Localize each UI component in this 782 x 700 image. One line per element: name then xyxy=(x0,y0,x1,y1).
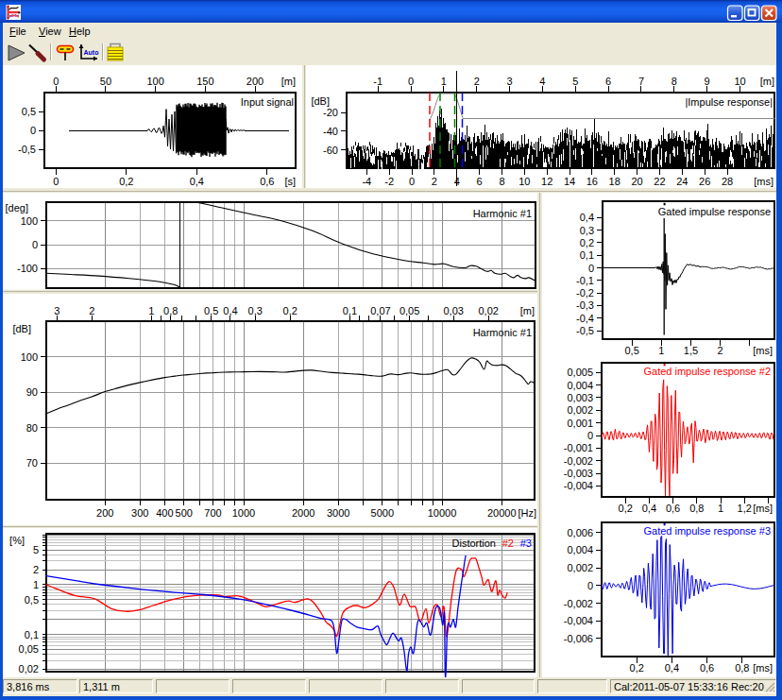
svg-text:-60: -60 xyxy=(323,145,338,156)
svg-text:0,4: 0,4 xyxy=(190,176,204,187)
svg-text:12: 12 xyxy=(541,176,552,187)
svg-text:#2: #2 xyxy=(502,538,514,549)
svg-text:0,05: 0,05 xyxy=(19,643,39,655)
svg-text:700: 700 xyxy=(204,507,221,519)
svg-text:-0,002: -0,002 xyxy=(564,455,593,467)
svg-text:[m]: [m] xyxy=(281,76,296,87)
svg-text:10000: 10000 xyxy=(428,507,457,519)
svg-text:8: 8 xyxy=(672,76,677,87)
svg-text:-0,3: -0,3 xyxy=(576,299,594,311)
svg-text:0,002: 0,002 xyxy=(567,562,593,573)
svg-text:-2: -2 xyxy=(384,176,394,187)
svg-text:-0,002: -0,002 xyxy=(564,598,593,609)
svg-text:-4: -4 xyxy=(362,176,371,187)
svg-text:-0,001: -0,001 xyxy=(564,442,593,453)
svg-text:100: 100 xyxy=(21,351,38,363)
svg-text:6: 6 xyxy=(605,76,611,87)
svg-text:-0,004: -0,004 xyxy=(564,615,593,626)
svg-text:|Impulse response|: |Impulse response| xyxy=(685,96,773,108)
svg-text:0,8: 0,8 xyxy=(735,662,749,674)
svg-text:0,4: 0,4 xyxy=(665,662,679,674)
svg-text:0,002: 0,002 xyxy=(567,404,593,416)
svg-text:100: 100 xyxy=(21,215,38,227)
svg-text:[dB]: [dB] xyxy=(311,95,330,107)
svg-text:14: 14 xyxy=(564,176,575,187)
svg-text:80: 80 xyxy=(26,422,38,434)
svg-text:2: 2 xyxy=(432,176,437,187)
svg-text:0,05: 0,05 xyxy=(400,305,419,316)
svg-text:5000: 5000 xyxy=(371,507,394,519)
svg-text:24: 24 xyxy=(676,176,688,187)
svg-text:[ms]: [ms] xyxy=(753,345,773,356)
svg-text:0,6: 0,6 xyxy=(700,662,714,674)
svg-text:3: 3 xyxy=(54,305,60,316)
svg-text:0,004: 0,004 xyxy=(567,544,593,555)
svg-text:20000: 20000 xyxy=(487,507,517,519)
svg-text:10: 10 xyxy=(734,76,745,87)
svg-text:[dB]: [dB] xyxy=(12,323,31,334)
svg-text:0,2: 0,2 xyxy=(630,662,644,674)
svg-text:0,2: 0,2 xyxy=(283,305,298,316)
svg-text:0,5: 0,5 xyxy=(25,594,39,606)
svg-text:0,1: 0,1 xyxy=(343,305,357,316)
svg-text:4: 4 xyxy=(539,76,545,87)
svg-text:#3: #3 xyxy=(520,538,532,549)
svg-text:0,4: 0,4 xyxy=(642,503,656,514)
svg-text:100: 100 xyxy=(146,76,163,87)
svg-text:-0,1: -0,1 xyxy=(576,275,594,286)
svg-text:Gated impulse response #2: Gated impulse response #2 xyxy=(643,366,771,377)
svg-text:1: 1 xyxy=(33,579,39,590)
svg-text:200: 200 xyxy=(96,507,113,519)
svg-text:0,02: 0,02 xyxy=(19,663,39,674)
svg-text:0,2: 0,2 xyxy=(619,503,633,514)
svg-text:Harmonic #1: Harmonic #1 xyxy=(473,327,532,338)
svg-text:-100: -100 xyxy=(17,263,38,274)
svg-text:1: 1 xyxy=(658,345,664,356)
svg-text:7: 7 xyxy=(638,76,644,87)
svg-text:200: 200 xyxy=(246,76,264,87)
svg-text:0: 0 xyxy=(409,176,415,187)
svg-text:20: 20 xyxy=(631,176,642,187)
svg-text:0: 0 xyxy=(53,176,59,187)
svg-text:[Hz]: [Hz] xyxy=(518,507,536,519)
svg-text:0,006: 0,006 xyxy=(567,527,593,538)
svg-text:0,2: 0,2 xyxy=(119,176,133,187)
svg-text:0,3: 0,3 xyxy=(248,305,263,316)
svg-text:0: 0 xyxy=(32,239,38,250)
svg-text:18: 18 xyxy=(609,176,620,187)
svg-text:2: 2 xyxy=(33,564,39,575)
svg-text:[ms]: [ms] xyxy=(754,176,774,187)
svg-text:-0,5: -0,5 xyxy=(18,144,36,155)
svg-text:Auto: Auto xyxy=(84,49,99,56)
svg-text:0,2: 0,2 xyxy=(580,237,594,248)
svg-text:0: 0 xyxy=(408,76,414,87)
svg-text:10: 10 xyxy=(518,176,530,187)
svg-text:Input signal: Input signal xyxy=(241,96,294,108)
svg-text:-0,006: -0,006 xyxy=(564,633,593,644)
svg-text:70: 70 xyxy=(26,457,38,469)
svg-text:1: 1 xyxy=(718,503,723,514)
svg-text:0: 0 xyxy=(587,580,593,591)
svg-text:150: 150 xyxy=(196,76,213,87)
svg-text:0,4: 0,4 xyxy=(223,305,237,316)
svg-text:0: 0 xyxy=(53,76,59,87)
svg-text:0,3: 0,3 xyxy=(580,225,594,236)
svg-text:1: 1 xyxy=(148,305,154,316)
svg-text:0,003: 0,003 xyxy=(567,392,593,403)
svg-text:2: 2 xyxy=(718,345,723,356)
svg-text:-1: -1 xyxy=(373,76,382,87)
svg-text:26: 26 xyxy=(699,176,710,187)
svg-text:[ms]: [ms] xyxy=(753,662,773,674)
svg-text:-20: -20 xyxy=(323,107,338,118)
svg-text:-0,5: -0,5 xyxy=(576,325,594,336)
svg-text:16: 16 xyxy=(586,176,598,187)
svg-text:1000: 1000 xyxy=(232,507,255,519)
svg-text:Harmonic #1: Harmonic #1 xyxy=(473,208,532,219)
svg-text:[%]: [%] xyxy=(9,535,25,546)
svg-text:22: 22 xyxy=(654,176,665,187)
svg-text:0,1: 0,1 xyxy=(580,249,594,261)
svg-text:0,5: 0,5 xyxy=(22,106,36,117)
svg-text:0: 0 xyxy=(587,430,593,441)
svg-text:5: 5 xyxy=(572,76,578,87)
svg-text:0,07: 0,07 xyxy=(370,305,390,316)
